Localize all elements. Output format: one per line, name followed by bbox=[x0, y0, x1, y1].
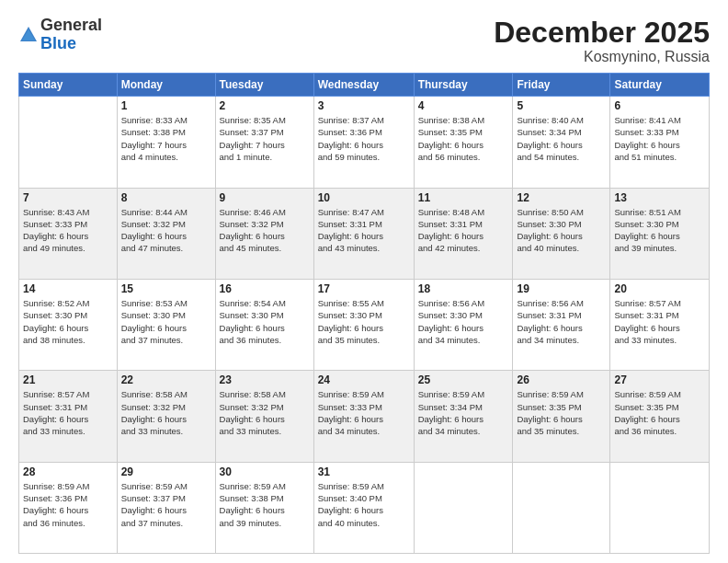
title-block: December 2025 Kosmynino, Russia bbox=[494, 17, 710, 65]
calendar-cell: 17Sunrise: 8:55 AM Sunset: 3:30 PM Dayli… bbox=[313, 279, 414, 370]
calendar-cell: 20Sunrise: 8:57 AM Sunset: 3:31 PM Dayli… bbox=[610, 279, 710, 370]
calendar-cell: 22Sunrise: 8:58 AM Sunset: 3:32 PM Dayli… bbox=[117, 371, 215, 462]
day-info: Sunrise: 8:55 AM Sunset: 3:30 PM Dayligh… bbox=[318, 297, 410, 346]
calendar-cell: 24Sunrise: 8:59 AM Sunset: 3:33 PM Dayli… bbox=[313, 371, 414, 462]
header-tuesday: Tuesday bbox=[215, 74, 313, 97]
day-info: Sunrise: 8:37 AM Sunset: 3:36 PM Dayligh… bbox=[318, 114, 410, 163]
day-number: 24 bbox=[318, 373, 410, 386]
calendar-cell: 11Sunrise: 8:48 AM Sunset: 3:31 PM Dayli… bbox=[414, 188, 513, 279]
day-info: Sunrise: 8:59 AM Sunset: 3:37 PM Dayligh… bbox=[121, 480, 211, 529]
day-number: 31 bbox=[318, 465, 410, 478]
day-info: Sunrise: 8:51 AM Sunset: 3:30 PM Dayligh… bbox=[614, 206, 705, 255]
calendar-cell: 13Sunrise: 8:51 AM Sunset: 3:30 PM Dayli… bbox=[610, 188, 710, 279]
day-info: Sunrise: 8:54 AM Sunset: 3:30 PM Dayligh… bbox=[220, 297, 310, 346]
logo-icon bbox=[18, 25, 39, 45]
day-info: Sunrise: 8:38 AM Sunset: 3:35 PM Dayligh… bbox=[418, 114, 509, 163]
day-number: 14 bbox=[23, 282, 113, 295]
header: General Blue December 2025 Kosmynino, Ru… bbox=[18, 17, 710, 65]
day-number: 12 bbox=[517, 191, 606, 204]
calendar-cell: 18Sunrise: 8:56 AM Sunset: 3:30 PM Dayli… bbox=[414, 279, 513, 370]
day-info: Sunrise: 8:59 AM Sunset: 3:35 PM Dayligh… bbox=[614, 388, 705, 437]
calendar-cell: 15Sunrise: 8:53 AM Sunset: 3:30 PM Dayli… bbox=[117, 279, 215, 370]
header-friday: Friday bbox=[513, 74, 610, 97]
day-info: Sunrise: 8:59 AM Sunset: 3:34 PM Dayligh… bbox=[418, 388, 509, 437]
calendar-cell: 30Sunrise: 8:59 AM Sunset: 3:38 PM Dayli… bbox=[215, 462, 313, 553]
calendar-week-3: 14Sunrise: 8:52 AM Sunset: 3:30 PM Dayli… bbox=[19, 279, 710, 370]
calendar-cell bbox=[513, 462, 610, 553]
header-monday: Monday bbox=[117, 74, 215, 97]
day-number: 6 bbox=[614, 99, 705, 112]
day-number: 26 bbox=[517, 373, 606, 386]
calendar-cell: 3Sunrise: 8:37 AM Sunset: 3:36 PM Daylig… bbox=[313, 97, 414, 188]
logo-general: General bbox=[40, 16, 102, 34]
header-saturday: Saturday bbox=[610, 74, 710, 97]
day-info: Sunrise: 8:44 AM Sunset: 3:32 PM Dayligh… bbox=[121, 206, 211, 255]
day-number: 10 bbox=[318, 191, 410, 204]
day-info: Sunrise: 8:59 AM Sunset: 3:33 PM Dayligh… bbox=[318, 388, 410, 437]
day-info: Sunrise: 8:58 AM Sunset: 3:32 PM Dayligh… bbox=[121, 388, 211, 437]
day-number: 19 bbox=[517, 282, 606, 295]
calendar-cell: 19Sunrise: 8:56 AM Sunset: 3:31 PM Dayli… bbox=[513, 279, 610, 370]
day-info: Sunrise: 8:59 AM Sunset: 3:35 PM Dayligh… bbox=[517, 388, 606, 437]
day-info: Sunrise: 8:59 AM Sunset: 3:38 PM Dayligh… bbox=[220, 480, 310, 529]
day-info: Sunrise: 8:46 AM Sunset: 3:32 PM Dayligh… bbox=[220, 206, 310, 255]
calendar-cell bbox=[414, 462, 513, 553]
header-sunday: Sunday bbox=[19, 74, 118, 97]
day-number: 8 bbox=[121, 191, 211, 204]
calendar-cell: 6Sunrise: 8:41 AM Sunset: 3:33 PM Daylig… bbox=[610, 97, 710, 188]
calendar-week-2: 7Sunrise: 8:43 AM Sunset: 3:33 PM Daylig… bbox=[19, 188, 710, 279]
month-title: December 2025 bbox=[494, 17, 710, 49]
logo-blue: Blue bbox=[40, 34, 76, 52]
day-info: Sunrise: 8:58 AM Sunset: 3:32 PM Dayligh… bbox=[220, 388, 310, 437]
calendar-cell: 10Sunrise: 8:47 AM Sunset: 3:31 PM Dayli… bbox=[313, 188, 414, 279]
calendar-week-5: 28Sunrise: 8:59 AM Sunset: 3:36 PM Dayli… bbox=[19, 462, 710, 553]
calendar-cell: 7Sunrise: 8:43 AM Sunset: 3:33 PM Daylig… bbox=[19, 188, 118, 279]
day-info: Sunrise: 8:57 AM Sunset: 3:31 PM Dayligh… bbox=[23, 388, 113, 437]
calendar-cell: 28Sunrise: 8:59 AM Sunset: 3:36 PM Dayli… bbox=[19, 462, 118, 553]
day-info: Sunrise: 8:35 AM Sunset: 3:37 PM Dayligh… bbox=[220, 114, 310, 163]
day-info: Sunrise: 8:52 AM Sunset: 3:30 PM Dayligh… bbox=[23, 297, 113, 346]
header-wednesday: Wednesday bbox=[313, 74, 414, 97]
calendar-cell: 21Sunrise: 8:57 AM Sunset: 3:31 PM Dayli… bbox=[19, 371, 118, 462]
calendar-table: Sunday Monday Tuesday Wednesday Thursday… bbox=[18, 73, 710, 554]
calendar-cell bbox=[19, 97, 118, 188]
day-number: 1 bbox=[121, 99, 211, 112]
calendar-cell: 26Sunrise: 8:59 AM Sunset: 3:35 PM Dayli… bbox=[513, 371, 610, 462]
calendar-cell: 23Sunrise: 8:58 AM Sunset: 3:32 PM Dayli… bbox=[215, 371, 313, 462]
day-info: Sunrise: 8:59 AM Sunset: 3:40 PM Dayligh… bbox=[318, 480, 410, 529]
day-info: Sunrise: 8:56 AM Sunset: 3:31 PM Dayligh… bbox=[517, 297, 606, 346]
header-thursday: Thursday bbox=[414, 74, 513, 97]
day-number: 4 bbox=[418, 99, 509, 112]
calendar-cell: 9Sunrise: 8:46 AM Sunset: 3:32 PM Daylig… bbox=[215, 188, 313, 279]
calendar-cell: 16Sunrise: 8:54 AM Sunset: 3:30 PM Dayli… bbox=[215, 279, 313, 370]
day-number: 17 bbox=[318, 282, 410, 295]
day-number: 13 bbox=[614, 191, 705, 204]
day-info: Sunrise: 8:53 AM Sunset: 3:30 PM Dayligh… bbox=[121, 297, 211, 346]
calendar-cell: 27Sunrise: 8:59 AM Sunset: 3:35 PM Dayli… bbox=[610, 371, 710, 462]
weekday-header-row: Sunday Monday Tuesday Wednesday Thursday… bbox=[19, 74, 710, 97]
calendar-cell: 12Sunrise: 8:50 AM Sunset: 3:30 PM Dayli… bbox=[513, 188, 610, 279]
day-info: Sunrise: 8:43 AM Sunset: 3:33 PM Dayligh… bbox=[23, 206, 113, 255]
day-info: Sunrise: 8:33 AM Sunset: 3:38 PM Dayligh… bbox=[121, 114, 211, 163]
day-number: 28 bbox=[23, 465, 113, 478]
day-number: 15 bbox=[121, 282, 211, 295]
day-number: 9 bbox=[220, 191, 310, 204]
day-info: Sunrise: 8:57 AM Sunset: 3:31 PM Dayligh… bbox=[614, 297, 705, 346]
day-number: 11 bbox=[418, 191, 509, 204]
day-number: 3 bbox=[318, 99, 410, 112]
calendar-cell bbox=[610, 462, 710, 553]
day-info: Sunrise: 8:40 AM Sunset: 3:34 PM Dayligh… bbox=[517, 114, 606, 163]
day-number: 23 bbox=[220, 373, 310, 386]
calendar-cell: 1Sunrise: 8:33 AM Sunset: 3:38 PM Daylig… bbox=[117, 97, 215, 188]
day-info: Sunrise: 8:48 AM Sunset: 3:31 PM Dayligh… bbox=[418, 206, 509, 255]
calendar-cell: 14Sunrise: 8:52 AM Sunset: 3:30 PM Dayli… bbox=[19, 279, 118, 370]
day-info: Sunrise: 8:47 AM Sunset: 3:31 PM Dayligh… bbox=[318, 206, 410, 255]
calendar-cell: 31Sunrise: 8:59 AM Sunset: 3:40 PM Dayli… bbox=[313, 462, 414, 553]
day-info: Sunrise: 8:41 AM Sunset: 3:33 PM Dayligh… bbox=[614, 114, 705, 163]
day-number: 21 bbox=[23, 373, 113, 386]
day-number: 2 bbox=[220, 99, 310, 112]
day-number: 29 bbox=[121, 465, 211, 478]
day-number: 25 bbox=[418, 373, 509, 386]
day-number: 27 bbox=[614, 373, 705, 386]
day-info: Sunrise: 8:50 AM Sunset: 3:30 PM Dayligh… bbox=[517, 206, 606, 255]
